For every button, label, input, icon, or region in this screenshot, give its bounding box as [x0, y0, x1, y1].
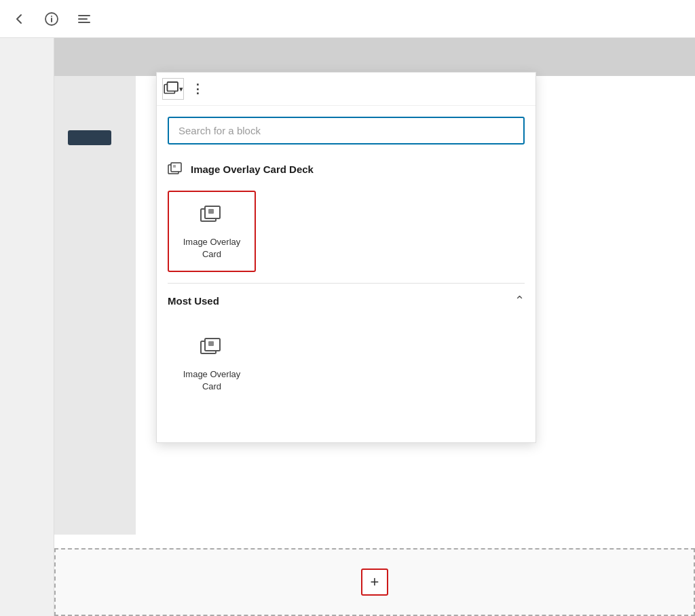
block-item-image-overlay-card-2[interactable]: Image OverlayCard: [168, 323, 256, 404]
block-grid-most-used: Image OverlayCard: [157, 317, 536, 415]
block-item-image-overlay-card-1[interactable]: Image OverlayCard: [168, 191, 256, 272]
svg-rect-8: [168, 82, 178, 91]
main-area: ▾ ⋮ Image Overlay Card Deck: [0, 38, 695, 616]
svg-rect-4: [78, 18, 88, 20]
most-used-section-header[interactable]: Most Used ⌃: [157, 284, 536, 317]
search-container: [157, 106, 536, 153]
info-button[interactable]: [41, 8, 62, 30]
block-picker-panel: ▾ ⋮ Image Overlay Card Deck: [156, 72, 536, 443]
search-input[interactable]: [168, 117, 525, 145]
section-title-image-overlay-deck: Image Overlay Card Deck: [191, 163, 314, 175]
top-toolbar: [0, 0, 695, 38]
chevron-up-icon: ⌃: [514, 293, 525, 308]
svg-rect-12: [173, 165, 176, 168]
add-block-button[interactable]: +: [361, 569, 388, 596]
svg-rect-3: [78, 15, 90, 16]
block-icon-image-overlay-2: [198, 334, 225, 362]
section-header-image-overlay-deck: Image Overlay Card Deck: [157, 153, 536, 185]
back-button[interactable]: [8, 8, 30, 30]
plus-icon: +: [371, 575, 379, 590]
dropdown-arrow-icon: ▾: [179, 85, 183, 94]
left-content-panel: [54, 76, 136, 535]
most-used-title: Most Used: [168, 295, 219, 307]
left-sidebar: [0, 38, 54, 616]
block-grid-section-1: Image OverlayCard: [157, 185, 536, 283]
svg-rect-18: [208, 341, 214, 346]
gray-header-bar: [54, 38, 695, 76]
svg-rect-1: [51, 18, 52, 22]
menu-button[interactable]: [73, 8, 95, 30]
svg-rect-15: [208, 209, 214, 214]
svg-rect-2: [51, 16, 52, 17]
block-type-button[interactable]: ▾: [162, 78, 184, 100]
add-block-area: +: [54, 548, 695, 616]
left-card-button: [68, 130, 111, 145]
block-label-image-overlay-card-2: Image OverlayCard: [183, 368, 241, 393]
block-icon-image-overlay-1: [198, 202, 225, 229]
block-label-image-overlay-card-1: Image OverlayCard: [183, 236, 241, 261]
more-options-button[interactable]: ⋮: [187, 78, 208, 100]
dropdown-toolbar: ▾ ⋮: [157, 73, 536, 106]
svg-rect-5: [78, 22, 90, 23]
svg-rect-11: [171, 163, 181, 172]
dropdown-content[interactable]: Image Overlay Card Deck Image OverlayCar…: [157, 153, 536, 442]
